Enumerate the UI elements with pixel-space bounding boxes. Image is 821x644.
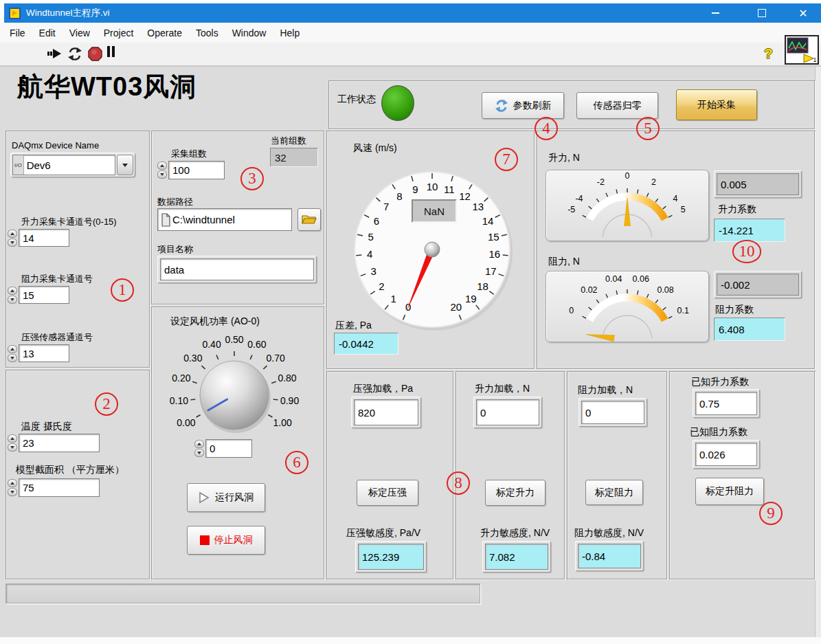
calibrate-lift-button[interactable]: 标定升力 [485, 480, 546, 506]
pressure-load-value[interactable]: 820 [354, 399, 418, 425]
drag-channel-input[interactable]: 15 [8, 286, 69, 304]
svg-text:0.02: 0.02 [581, 285, 597, 295]
daq-device-value: Dev6 [24, 159, 51, 171]
project-name-input[interactable]: data [157, 256, 317, 283]
drag-load-value[interactable]: 0 [581, 401, 644, 424]
menu-item-help[interactable]: Help [273, 27, 306, 38]
wind-speed-label: 风速 (m/s) [353, 142, 397, 155]
decrement-button[interactable] [8, 296, 17, 304]
increment-button[interactable] [8, 479, 17, 487]
drag-channel-value[interactable]: 15 [19, 286, 69, 304]
stop-tunnel-button[interactable]: 停止风洞 [187, 526, 265, 555]
current-groups-display: 32 [270, 148, 318, 167]
start-acquisition-button[interactable]: 开始采集 [676, 89, 757, 120]
labview-window: Windtunnel主程序.vi ✕ File Edit View Projec… [0, 0, 821, 644]
groups-value[interactable]: 100 [168, 161, 225, 179]
calibrate-pressure-button[interactable]: 标定压强 [357, 480, 418, 506]
increment-button[interactable] [8, 345, 17, 353]
pressure-diff-label: 压差, Pa [335, 320, 372, 332]
daq-device-combo[interactable]: I/O Dev6 [10, 153, 135, 177]
svg-text:10: 10 [427, 181, 438, 192]
model-area-value[interactable]: 75 [19, 478, 100, 497]
decrement-button[interactable] [8, 488, 17, 496]
svg-text:4: 4 [367, 248, 372, 260]
known-drag-value[interactable]: 0.026 [695, 443, 757, 466]
pause-icon[interactable] [107, 46, 115, 57]
lift-load-input[interactable]: 0 [473, 397, 542, 428]
annotation-2: 2 [95, 392, 118, 416]
lift-channel-value[interactable]: 14 [19, 229, 69, 247]
decrement-button[interactable] [8, 354, 17, 362]
pressure-channel-value[interactable]: 13 [19, 344, 69, 362]
drag-coef-label: 阻力系数 [715, 304, 754, 316]
svg-text:5: 5 [368, 231, 374, 243]
lift-channel-input[interactable]: 14 [8, 229, 69, 247]
menu-item-view[interactable]: View [63, 27, 97, 38]
drag-load-input[interactable]: 0 [578, 398, 647, 427]
model-area-input[interactable]: 75 [8, 478, 100, 497]
calibrate-lift-drag-button[interactable]: 标定升阻力 [695, 478, 764, 505]
svg-text:13: 13 [472, 201, 484, 212]
annotation-9: 9 [759, 502, 783, 525]
annotation-10: 10 [732, 240, 761, 263]
daq-device-dropdown[interactable] [117, 155, 133, 175]
environment-panel: 温度 摄氏度 23 模型截面积 （平方厘米） 75 [5, 370, 150, 579]
context-help-icon[interactable]: ? [764, 45, 773, 62]
known-drag-input[interactable]: 0.026 [693, 440, 760, 469]
pressure-channel-input[interactable]: 13 [8, 344, 69, 362]
increment-button[interactable] [8, 287, 17, 295]
zero-sensors-button[interactable]: 传感器归零 [576, 92, 658, 119]
svg-text:14: 14 [482, 215, 494, 227]
data-path-input[interactable]: C:\windtunnel [157, 208, 292, 231]
menu-item-project[interactable]: Project [97, 27, 141, 38]
svg-text:5: 5 [681, 205, 686, 214]
titlebar[interactable]: Windtunnel主程序.vi ✕ [4, 3, 821, 23]
increment-button[interactable] [8, 434, 17, 443]
lift-load-value[interactable]: 0 [476, 399, 539, 425]
known-lift-value[interactable]: 0.75 [695, 392, 757, 415]
temperature-value[interactable]: 23 [19, 434, 100, 452]
pressure-load-input[interactable]: 820 [351, 397, 421, 428]
menubar: File Edit View Project Operate Tools Win… [0, 23, 821, 43]
temperature-input[interactable]: 23 [8, 434, 100, 452]
groups-input[interactable]: 100 [157, 161, 225, 179]
groups-label: 采集组数 [171, 148, 207, 160]
decrement-button[interactable] [194, 449, 204, 457]
daq-settings-panel: DAQmx Device Name I/O Dev6 升力采集卡通道号(0-15… [5, 131, 150, 368]
svg-text:0.10: 0.10 [170, 395, 188, 406]
svg-text:0.40: 0.40 [202, 339, 221, 350]
svg-text:0: 0 [569, 306, 574, 315]
run-tunnel-button[interactable]: 运行风洞 [187, 483, 265, 512]
known-lift-input[interactable]: 0.75 [693, 389, 760, 418]
io-icon: I/O [13, 155, 24, 175]
minimize-button[interactable] [699, 3, 731, 23]
run-icon[interactable] [47, 47, 63, 60]
project-name-value[interactable]: data [160, 258, 314, 280]
svg-text:0.80: 0.80 [278, 373, 296, 384]
svg-text:2: 2 [379, 280, 384, 292]
decrement-button[interactable] [157, 170, 167, 179]
increment-button[interactable] [157, 162, 167, 170]
calibrate-drag-button[interactable]: 标定阻力 [585, 480, 643, 505]
fan-power-panel: 设定风机功率 (AO-0) 0.000.100.200.300.400.500.… [151, 307, 324, 579]
run-continuously-icon[interactable] [67, 47, 82, 61]
increment-button[interactable] [8, 230, 17, 238]
menu-item-edit[interactable]: Edit [32, 27, 63, 38]
close-button[interactable]: ✕ [787, 3, 819, 23]
increment-button[interactable] [194, 440, 204, 448]
fan-power-value[interactable]: 0 [205, 439, 252, 458]
menu-item-window[interactable]: Window [225, 27, 273, 38]
menu-item-tools[interactable]: Tools [189, 27, 225, 38]
fan-power-input[interactable]: 0 [194, 439, 252, 458]
refresh-params-button[interactable]: 参数刷新 [482, 92, 564, 119]
status-label: 工作状态 [337, 93, 376, 106]
maximize-button[interactable] [746, 3, 778, 23]
abort-icon[interactable] [88, 47, 102, 61]
menu-item-file[interactable]: File [3, 27, 32, 38]
menu-item-operate[interactable]: Operate [140, 27, 189, 38]
decrement-button[interactable] [8, 443, 17, 452]
decrement-button[interactable] [8, 238, 17, 247]
vi-icon[interactable]: 1 [785, 35, 819, 65]
calibrate-lift-label: 标定升力 [496, 487, 535, 499]
browse-path-button[interactable] [297, 208, 321, 231]
